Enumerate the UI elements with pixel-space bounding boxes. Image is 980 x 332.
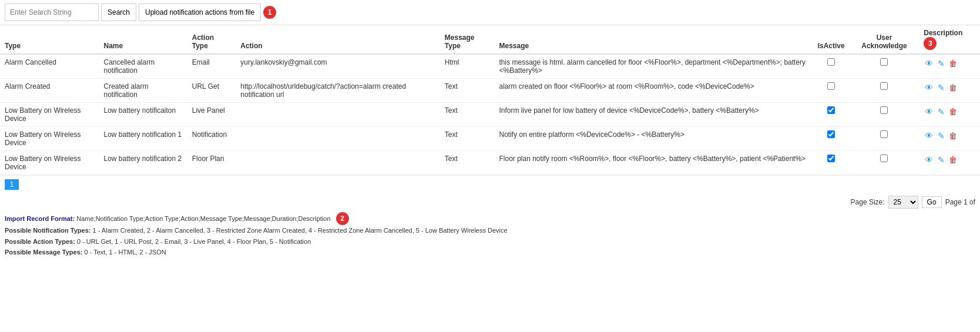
cell-name: Cancelled alarm notification — [99, 54, 187, 79]
cell-action — [236, 127, 440, 151]
edit-button[interactable]: ✎ — [937, 58, 946, 69]
edit-button[interactable]: ✎ — [937, 82, 946, 93]
notification-actions-table: Type Name Action Type Action Message Typ… — [0, 25, 980, 175]
cell-message-type: Html — [440, 54, 495, 79]
view-button[interactable]: 👁 — [924, 82, 934, 93]
is-active-checkbox[interactable] — [827, 58, 835, 66]
search-button[interactable]: Search — [101, 4, 136, 21]
import-value: Name;Notification Type;Action Type;Actio… — [76, 215, 330, 222]
user-acknowledge-checkbox[interactable] — [880, 58, 888, 66]
cell-description: 👁 ✎ 🗑 — [919, 127, 980, 151]
cell-action-type: Live Panel — [187, 103, 236, 127]
notif-types-label: Possible Notification Types: — [5, 227, 91, 234]
view-button[interactable]: 👁 — [924, 155, 934, 165]
cell-user-acknowledge[interactable] — [850, 103, 919, 127]
cell-type: Alarm Cancelled — [0, 54, 99, 79]
cell-user-acknowledge[interactable] — [850, 79, 919, 103]
cell-type: Low Battery on Wireless Device — [0, 127, 99, 151]
cell-description: 👁 ✎ 🗑 — [919, 151, 980, 175]
cell-action-type: URL Get — [187, 79, 236, 103]
user-acknowledge-checkbox[interactable] — [880, 130, 888, 138]
user-acknowledge-checkbox[interactable] — [880, 82, 888, 90]
is-active-checkbox[interactable] — [827, 82, 835, 90]
delete-button[interactable]: 🗑 — [948, 106, 958, 117]
cell-is-active[interactable] — [813, 54, 850, 79]
cell-message-type: Text — [440, 127, 495, 151]
table-row: Low Battery on Wireless Device Low batte… — [0, 151, 980, 175]
cell-user-acknowledge[interactable] — [850, 54, 919, 79]
cell-action — [236, 151, 440, 175]
badge-1: 1 — [263, 6, 276, 19]
cell-user-acknowledge[interactable] — [850, 151, 919, 175]
import-label: Import Record Format: — [5, 215, 75, 222]
delete-button[interactable]: 🗑 — [948, 130, 958, 141]
cell-action: http://localhost/urldebug/catch/?action=… — [236, 79, 440, 103]
edit-button[interactable]: ✎ — [937, 106, 946, 117]
col-user-acknowledge: User Acknowledge — [850, 25, 919, 54]
cell-is-active[interactable] — [813, 151, 850, 175]
go-button[interactable]: Go — [922, 196, 942, 208]
col-message-type: Message Type — [440, 25, 495, 54]
cell-type: Low Battery on Wireless Device — [0, 151, 99, 175]
cell-user-acknowledge[interactable] — [850, 127, 919, 151]
delete-button[interactable]: 🗑 — [948, 82, 958, 93]
message-types-label: Possible Message Types: — [5, 249, 82, 256]
notif-types-value: 1 - Alarm Created, 2 - Alarm Cancelled, … — [93, 227, 508, 234]
view-button[interactable]: 👁 — [924, 130, 934, 141]
pagination-row: Page Size: 25 50 100 Go Page 1 of — [0, 193, 980, 210]
cell-is-active[interactable] — [813, 103, 850, 127]
search-input[interactable] — [5, 4, 99, 21]
col-message: Message — [495, 25, 813, 54]
message-types-value: 0 - Text, 1 - HTML, 2 - JSON — [85, 249, 166, 256]
delete-button[interactable]: 🗑 — [948, 155, 958, 165]
cell-action-type: Notification — [187, 127, 236, 151]
page-info: Page 1 of — [945, 198, 975, 206]
user-acknowledge-checkbox[interactable] — [880, 106, 888, 114]
cell-message: Notify on entire platform <%DeviceCode%>… — [495, 127, 813, 151]
action-types-value: 0 - URL Get, 1 - URL Post, 2 - Email, 3 … — [77, 238, 311, 245]
upload-button[interactable]: Upload notification actions from file — [139, 4, 261, 21]
table-row: Alarm Created Created alarm notification… — [0, 79, 980, 103]
edit-button[interactable]: ✎ — [937, 130, 946, 141]
cell-message-type: Text — [440, 151, 495, 175]
cell-message-type: Text — [440, 103, 495, 127]
cell-action: yury.lankovskiy@gmail.com — [236, 54, 440, 79]
footer-bar: 1 — [0, 175, 980, 193]
badge-2: 2 — [336, 212, 349, 225]
cell-name: Low battery notificaiton — [99, 103, 187, 127]
cell-action-type: Email — [187, 54, 236, 79]
cell-name: Low battery notification 1 — [99, 127, 187, 151]
view-button[interactable]: 👁 — [924, 106, 934, 117]
cell-message: alarm created on floor <%Floor%> at room… — [495, 79, 813, 103]
user-acknowledge-checkbox[interactable] — [880, 155, 888, 162]
is-active-checkbox[interactable] — [827, 106, 835, 114]
edit-button[interactable]: ✎ — [937, 155, 946, 165]
cell-is-active[interactable] — [813, 127, 850, 151]
table-row: Low Battery on Wireless Device Low batte… — [0, 127, 980, 151]
col-action: Action — [236, 25, 440, 54]
col-type: Type — [0, 25, 99, 54]
page-1-button[interactable]: 1 — [5, 179, 19, 190]
is-active-checkbox[interactable] — [827, 155, 835, 162]
cell-message: Floor plan notify room <%Room%>, floor <… — [495, 151, 813, 175]
page-size-select[interactable]: 25 50 100 — [888, 196, 918, 209]
col-action-type: Action Type — [187, 25, 236, 54]
cell-name: Created alarm notification — [99, 79, 187, 103]
cell-action — [236, 103, 440, 127]
toolbar: Search Upload notification actions from … — [0, 0, 980, 25]
cell-message: Inform live panel for low battery of dev… — [495, 103, 813, 127]
col-is-active: IsActive — [813, 25, 850, 54]
cell-is-active[interactable] — [813, 79, 850, 103]
cell-action-type: Floor Plan — [187, 151, 236, 175]
view-button[interactable]: 👁 — [924, 58, 934, 69]
cell-message: this message is html. alarm cancelled fo… — [495, 54, 813, 79]
table-row: Low Battery on Wireless Device Low batte… — [0, 103, 980, 127]
cell-description: 👁 ✎ 🗑 — [919, 54, 980, 79]
col-description: Description 3 — [919, 25, 980, 54]
delete-button[interactable]: 🗑 — [948, 58, 958, 69]
cell-name: Low battery notification 2 — [99, 151, 187, 175]
cell-type: Low Battery on Wireless Device — [0, 103, 99, 127]
badge-3: 3 — [924, 37, 937, 50]
is-active-checkbox[interactable] — [827, 130, 835, 138]
cell-description: 👁 ✎ 🗑 — [919, 103, 980, 127]
